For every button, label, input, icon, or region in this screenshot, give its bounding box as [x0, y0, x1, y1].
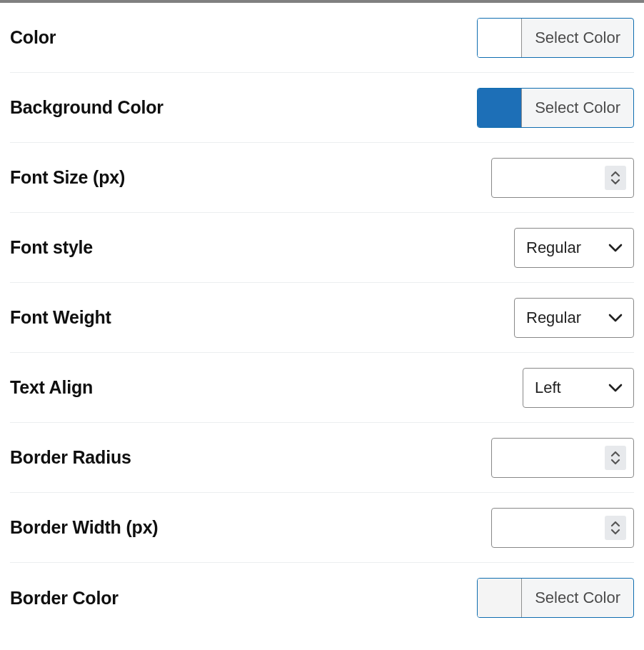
select-color-label: Select Color: [522, 89, 633, 127]
chevron-down-icon: [608, 383, 623, 393]
color-picker-background-color[interactable]: Select Color: [477, 88, 634, 128]
label-font-style: Font style: [10, 237, 93, 258]
font-size-field[interactable]: [491, 158, 634, 198]
chevron-down-icon: [608, 243, 623, 253]
swatch-background-color: [478, 89, 522, 127]
row-background-color: Background Color Select Color: [10, 73, 634, 143]
label-text-align: Text Align: [10, 377, 93, 398]
label-border-width: Border Width (px): [10, 517, 158, 538]
label-color: Color: [10, 27, 56, 48]
label-background-color: Background Color: [10, 97, 163, 118]
style-settings-panel: Color Select Color Background Color Sele…: [0, 0, 644, 633]
row-font-style: Font style Regular: [10, 213, 634, 283]
label-border-radius: Border Radius: [10, 447, 131, 468]
row-text-align: Text Align Left: [10, 353, 634, 423]
row-color: Color Select Color: [10, 3, 634, 73]
row-border-color: Border Color Select Color: [10, 563, 634, 633]
select-color-label: Select Color: [522, 579, 633, 617]
row-font-size: Font Size (px): [10, 143, 634, 213]
row-border-radius: Border Radius: [10, 423, 634, 493]
color-picker-color[interactable]: Select Color: [477, 18, 634, 58]
border-width-field[interactable]: [491, 508, 634, 548]
color-picker-border-color[interactable]: Select Color: [477, 578, 634, 618]
chevron-down-icon: [608, 313, 623, 323]
stepper-icon[interactable]: [605, 446, 626, 470]
row-border-width: Border Width (px): [10, 493, 634, 563]
stepper-icon[interactable]: [605, 516, 626, 540]
swatch-color: [478, 19, 522, 57]
text-align-select[interactable]: Left: [523, 368, 634, 408]
label-border-color: Border Color: [10, 588, 119, 609]
label-font-size: Font Size (px): [10, 167, 125, 188]
font-weight-select[interactable]: Regular: [514, 298, 634, 338]
font-style-select[interactable]: Regular: [514, 228, 634, 268]
border-radius-field[interactable]: [491, 438, 634, 478]
label-font-weight: Font Weight: [10, 307, 111, 328]
select-color-label: Select Color: [522, 19, 633, 57]
swatch-border-color: [478, 579, 522, 617]
row-font-weight: Font Weight Regular: [10, 283, 634, 353]
stepper-icon[interactable]: [605, 166, 626, 190]
